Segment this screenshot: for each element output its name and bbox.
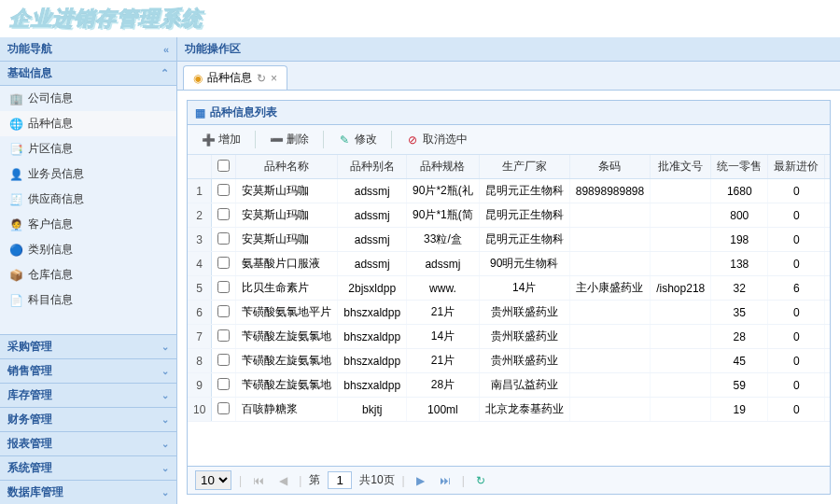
list-panel: ▦ 品种信息列表 ➕增加 ➖删除 ✎修改 ⊘取消选中 品种名 [187,100,831,495]
plus-icon: ➕ [202,133,215,147]
delete-button[interactable]: ➖删除 [261,129,317,150]
col-7[interactable]: 最新进价 [768,155,825,179]
globe-icon: ◉ [193,72,203,85]
nav-item-label: 客户信息 [28,217,73,232]
baseinfo-label: 基础信息 [7,65,52,81]
row-check[interactable] [217,184,230,196]
sidebar: 功能导航 « 基础信息 ⌃ 🏢公司信息🌐品种信息📑片区信息👤业务员信息🧾供应商信… [0,37,177,504]
list-icon: ▦ [195,106,205,119]
row-check[interactable] [217,354,230,366]
close-icon[interactable]: × [271,72,277,85]
sidebar-item-4[interactable]: 🧾供应商信息 [0,187,176,212]
nav-icon: 🏢 [9,92,22,105]
cancel-select-button[interactable]: ⊘取消选中 [398,129,476,150]
group-label: 采购管理 [7,339,52,355]
toolbar: ➕增加 ➖删除 ✎修改 ⊘取消选中 [188,125,830,155]
sidebar-group-3[interactable]: 财务管理⌄ [0,407,176,431]
col-3[interactable]: 生产厂家 [479,155,569,179]
nav-item-label: 仓库信息 [28,267,73,283]
group-label: 报表管理 [7,436,52,452]
sidebar-item-6[interactable]: 🔵类别信息 [0,237,176,262]
nav-header: 功能导航 « [0,37,176,62]
table-row[interactable]: 1安莫斯山玛咖adssmj90片*2瓶(礼昆明元正生物科898989898981… [188,179,830,203]
row-check[interactable] [217,232,230,245]
first-page-button[interactable]: ⏮ [249,474,268,487]
chevron-down-icon: ⌄ [161,366,169,376]
nav-item-label: 品种信息 [28,116,73,132]
sidebar-group-1[interactable]: 销售管理⌄ [0,358,176,383]
sidebar-item-5[interactable]: 🧑‍💼客户信息 [0,212,176,237]
sidebar-item-0[interactable]: 🏢公司信息 [0,86,176,111]
sidebar-item-8[interactable]: 📄科目信息 [0,287,176,313]
col-0[interactable]: 品种名称 [236,155,338,179]
table-row[interactable]: 2安莫斯山玛咖adssmj90片*1瓶(简昆明元正生物科8000瓶中成药20 [188,203,830,228]
chevron-down-icon: ⌄ [161,463,169,473]
group-label: 库存管理 [7,387,52,403]
row-check[interactable] [217,305,230,317]
row-check[interactable] [217,378,230,390]
nav-item-label: 类别信息 [28,242,73,258]
col-5[interactable]: 批准文号 [651,155,711,179]
sidebar-item-2[interactable]: 📑片区信息 [0,136,176,161]
col-2[interactable]: 品种规格 [407,155,480,179]
app-title: 企业进销存管理系统 [9,5,203,33]
nav-item-label: 片区信息 [28,141,73,157]
col-1[interactable]: 品种别名 [338,155,407,179]
group-label: 数据库管理 [7,484,63,500]
sidebar-group-5[interactable]: 系统管理⌄ [0,455,176,480]
table-row[interactable]: 3安莫斯山玛咖adssmj33粒/盒昆明元正生物科1980盒中成药20 [188,228,830,252]
nav-item-label: 科目信息 [28,292,73,308]
sidebar-group-2[interactable]: 库存管理⌄ [0,383,176,407]
table-row[interactable]: 9苄磺酸左旋氨氯地bhszxaldpp28片南昌弘益药业590盒中成药20 [188,373,830,398]
table-row[interactable]: 4氨基酸片口服液adssmjadssmj90明元生物科1380袋中成药20 [188,252,830,276]
reload-icon[interactable]: ↻ [257,72,266,85]
col-6[interactable]: 统一零售 [711,155,768,179]
tab-variety-info[interactable]: ◉ 品种信息 ↻ × [183,65,287,90]
next-page-button[interactable]: ▶ [413,474,428,487]
chevron-down-icon: ⌄ [161,439,169,449]
nav-icon: 🧑‍💼 [9,218,22,231]
chevron-up-icon[interactable]: ⌃ [161,67,169,79]
nav-icon: 🔵 [9,244,22,257]
sidebar-group-0[interactable]: 采购管理⌄ [0,334,176,358]
nav-icon: 🌐 [9,118,22,131]
main-area: 功能操作区 ◉ 品种信息 ↻ × ▦ 品种信息列表 ➕增加 [177,37,840,504]
row-check[interactable] [217,329,230,342]
col-4[interactable]: 条码 [569,155,650,179]
chevron-down-icon: ⌄ [161,390,169,400]
nav-icon: 📑 [9,143,22,156]
row-check[interactable] [217,208,230,220]
check-all[interactable] [217,160,230,172]
prev-page-button[interactable]: ◀ [275,474,291,487]
page-input[interactable] [328,471,352,489]
row-check[interactable] [217,402,230,414]
sidebar-item-3[interactable]: 👤业务员信息 [0,161,176,187]
page-size-select[interactable]: 10 [195,470,231,490]
group-label: 系统管理 [7,460,52,476]
group-label: 销售管理 [7,363,52,379]
row-check[interactable] [217,281,230,293]
collapse-icon[interactable]: « [163,44,169,55]
baseinfo-header[interactable]: 基础信息 ⌃ [0,62,176,86]
chevron-down-icon: ⌄ [161,487,169,497]
add-button[interactable]: ➕增加 [193,129,249,150]
edit-button[interactable]: ✎修改 [329,129,385,150]
minus-icon: ➖ [270,133,283,147]
variety-table: 品种名称品种别名品种规格生产厂家条码批准文号统一零售最新进价单位产品类修 1安莫… [188,155,830,422]
table-row[interactable]: 5比贝生命素片2bjsxldppwww.14片主小康盛药业/ishop21832… [188,276,830,301]
table-row[interactable]: 7苄磺酸左旋氨氯地bhszxaldpp14片贵州联盛药业280盒中成药20 [188,325,830,349]
table-row[interactable]: 10百咳静糖浆bkjtj100ml北京龙泰基药业190瓶中成药20 [188,398,830,422]
table-row[interactable]: 6苄磺酸氨氯地平片bhszxaldpp21片贵州联盛药业350盒中成药20 [188,301,830,325]
col-8[interactable]: 单位 [825,155,830,179]
op-header: 功能操作区 [177,37,840,62]
sidebar-group-4[interactable]: 报表管理⌄ [0,431,176,455]
sidebar-group-6[interactable]: 数据库管理⌄ [0,480,176,504]
row-check[interactable] [217,257,230,269]
refresh-button[interactable]: ↻ [472,474,489,487]
table-row[interactable]: 8苄磺酸左旋氨氯地bhszxaldpp21片贵州联盛药业450盒中成药20 [188,349,830,373]
last-page-button[interactable]: ⏭ [436,474,455,487]
nav-item-label: 公司信息 [28,91,73,106]
sidebar-item-1[interactable]: 🌐品种信息 [0,111,176,136]
sidebar-item-7[interactable]: 📦仓库信息 [0,262,176,287]
pencil-icon: ✎ [338,133,351,147]
